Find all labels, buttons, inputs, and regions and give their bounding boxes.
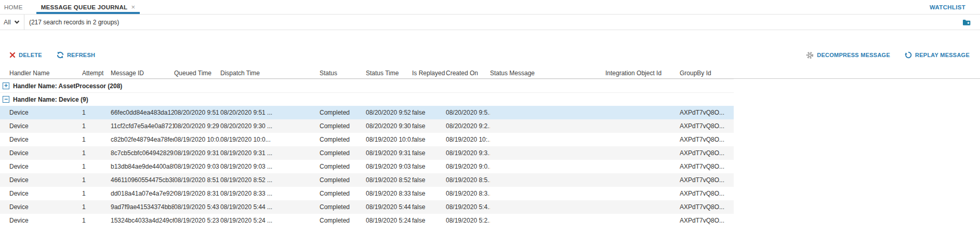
cell-handler_name: Device xyxy=(9,160,82,173)
cell-handler_name: Device xyxy=(9,214,82,227)
close-tab-icon[interactable]: × xyxy=(131,4,135,10)
cell-status_message xyxy=(490,187,605,200)
cell-attempt: 1 xyxy=(82,146,111,160)
cell-is_replayed: false xyxy=(412,160,446,173)
cell-status_time: 08/19/2020 5:44 ... xyxy=(366,200,412,214)
delete-button[interactable]: DELETE xyxy=(9,52,42,58)
cell-dispatch_time: 08/20/2020 9:30 ... xyxy=(220,119,320,133)
column-header-queued_time[interactable]: Queued Time xyxy=(174,67,220,78)
table-row[interactable]: Device166fec0dd84ea483da124...08/20/2020… xyxy=(0,106,734,119)
cell-created_on: 08/20/2020 9:2... xyxy=(446,119,490,133)
cell-status_message xyxy=(490,146,605,160)
column-header-attempt[interactable]: Attempt xyxy=(82,67,111,78)
cell-groupby_id: AXPdT7vQ8O... xyxy=(680,200,734,214)
cell-status: Completed xyxy=(320,200,366,214)
cell-handler_name: Device xyxy=(9,200,82,214)
column-header-is_replayed[interactable]: Is Replayed xyxy=(412,67,446,78)
tab-message-queue-journal[interactable]: MESSAGE QUEUE JOURNAL × xyxy=(36,0,140,14)
watchlist-link[interactable]: WATCHLIST xyxy=(930,0,965,15)
table-row[interactable]: Device1b13db84ae9de4400a85f...08/19/2020… xyxy=(0,160,734,173)
replay-message-button[interactable]: REPLAY MESSAGE xyxy=(905,51,970,59)
cell-groupby_id: AXPdT7vQ8O... xyxy=(680,187,734,200)
cell-status: Completed xyxy=(320,106,366,119)
expand-icon[interactable]: + xyxy=(3,82,9,89)
cell-created_on: 08/20/2020 9:5... xyxy=(446,106,490,119)
cell-handler_name: Device xyxy=(9,106,82,119)
cell-created_on: 08/19/2020 9:3... xyxy=(446,146,490,160)
cell-status: Completed xyxy=(320,146,366,160)
cell-queued_time: 08/19/2020 9:31 ... xyxy=(174,146,220,160)
column-header-status_time[interactable]: Status Time xyxy=(366,67,412,78)
watchlist-folder-icon[interactable] xyxy=(962,19,971,28)
cell-message_id: dd018a41a07e4a7e929a... xyxy=(111,187,174,200)
group-label: Handler Name: AssetProcessor (208) xyxy=(13,82,122,90)
cell-status_time: 08/19/2020 9:31 ... xyxy=(366,146,412,160)
group-row[interactable]: −Handler Name: Device (9) xyxy=(0,92,734,106)
table-row[interactable]: Device1dd018a41a07e4a7e929a...08/19/2020… xyxy=(0,187,734,200)
toolbar-right: DECOMPRESS MESSAGE REPLAY MESSAGE xyxy=(806,51,970,59)
cell-is_replayed: false xyxy=(412,119,446,133)
cell-dispatch_time: 08/19/2020 10:0... xyxy=(220,133,320,146)
cell-queued_time: 08/19/2020 5:43 ... xyxy=(174,200,220,214)
collapse-icon[interactable]: − xyxy=(3,96,9,103)
cell-created_on: 08/19/2020 10:... xyxy=(446,133,490,146)
table-row[interactable]: Device111cf2cfd7e5a4e0a87215...08/20/202… xyxy=(0,119,734,133)
cell-status_time: 08/19/2020 9:03 ... xyxy=(366,160,412,173)
column-header-created_on[interactable]: Created On xyxy=(446,67,490,78)
cell-dispatch_time: 08/19/2020 8:33 ... xyxy=(220,187,320,200)
replay-message-label: REPLAY MESSAGE xyxy=(915,52,970,58)
column-header-dispatch_time[interactable]: Dispatch Time xyxy=(220,67,320,78)
cell-integration_object_id xyxy=(605,214,680,227)
cell-handler_name: Device xyxy=(9,133,82,146)
cell-created_on: 08/19/2020 8:5... xyxy=(446,173,490,187)
cell-status: Completed xyxy=(320,160,366,173)
cell-groupby_id: AXPdT7vQ8O... xyxy=(680,146,734,160)
column-header-groupby_id[interactable]: GroupBy Id xyxy=(680,67,734,78)
cell-integration_object_id xyxy=(605,133,680,146)
decompress-message-button[interactable]: DECOMPRESS MESSAGE xyxy=(806,51,890,59)
cell-groupby_id: AXPdT7vQ8O... xyxy=(680,214,734,227)
cell-dispatch_time: 08/19/2020 9:03 ... xyxy=(220,160,320,173)
cell-handler_name: Device xyxy=(9,146,82,160)
cell-integration_object_id xyxy=(605,119,680,133)
table-row[interactable]: Device115324bc4033a4d249c67...08/19/2020… xyxy=(0,214,734,227)
table-row[interactable]: Device1466110960554475cb389...08/19/2020… xyxy=(0,173,734,187)
column-header-integration_object_id[interactable]: Integration Object Id xyxy=(605,67,680,78)
cell-groupby_id: AXPdT7vQ8O... xyxy=(680,160,734,173)
cell-status_message xyxy=(490,160,605,173)
cell-attempt: 1 xyxy=(82,119,111,133)
cell-message_id: 466110960554475cb389... xyxy=(111,173,174,187)
tab-bar: HOME MESSAGE QUEUE JOURNAL × WATCHLIST xyxy=(0,0,980,15)
cell-attempt: 1 xyxy=(82,160,111,173)
cell-message_id: 66fec0dd84ea483da124... xyxy=(111,106,174,119)
table-row[interactable]: Device1c82b02fe48794ea78feda...08/19/202… xyxy=(0,133,734,146)
gear-icon xyxy=(806,51,814,59)
cell-is_replayed: false xyxy=(412,173,446,187)
cell-is_replayed: false xyxy=(412,146,446,160)
visibility-filter-dropdown[interactable]: All xyxy=(0,15,24,30)
cell-status: Completed xyxy=(320,119,366,133)
cell-queued_time: 08/19/2020 9:03 ... xyxy=(174,160,220,173)
cell-status_time: 08/20/2020 9:30 ... xyxy=(366,119,412,133)
refresh-button[interactable]: REFRESH xyxy=(57,51,95,59)
cell-queued_time: 08/20/2020 9:51 ... xyxy=(174,106,220,119)
table-row[interactable]: Device18c7cb5cbfc0649428292f...08/19/202… xyxy=(0,146,734,160)
cell-queued_time: 08/19/2020 8:51 ... xyxy=(174,173,220,187)
cell-attempt: 1 xyxy=(82,106,111,119)
column-header-status[interactable]: Status xyxy=(320,67,366,78)
replay-icon xyxy=(905,51,912,59)
cell-integration_object_id xyxy=(605,200,680,214)
cell-integration_object_id xyxy=(605,160,680,173)
chevron-down-icon xyxy=(14,20,20,24)
column-header-status_message[interactable]: Status Message xyxy=(490,67,605,78)
tab-home[interactable]: HOME xyxy=(4,0,28,14)
cell-message_id: 11cf2cfd7e5a4e0a87215... xyxy=(111,119,174,133)
group-row[interactable]: +Handler Name: AssetProcessor (208) xyxy=(0,79,734,92)
table-row[interactable]: Device19ad7f9ae41534374bb85...08/19/2020… xyxy=(0,200,734,214)
column-header-handler_name[interactable]: Handler Name xyxy=(9,67,82,78)
toolbar-left: DELETE REFRESH xyxy=(9,51,95,59)
cell-is_replayed: false xyxy=(412,187,446,200)
cell-status_time: 08/20/2020 9:52 ... xyxy=(366,106,412,119)
column-header-message_id[interactable]: Message ID xyxy=(111,67,174,78)
cell-status: Completed xyxy=(320,173,366,187)
